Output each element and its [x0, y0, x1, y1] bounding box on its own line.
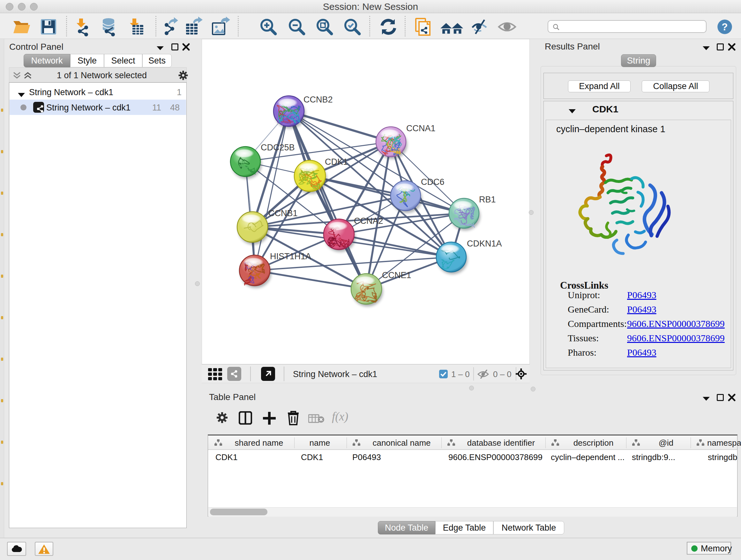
svg-text:?: ?: [722, 21, 728, 33]
svg-text:CCNB2: CCNB2: [304, 95, 333, 105]
svg-text:CDC25B: CDC25B: [261, 143, 295, 152]
svg-text:CCNB1: CCNB1: [268, 208, 298, 218]
svg-text:CCNE1: CCNE1: [382, 270, 411, 280]
svg-text:CDC6: CDC6: [421, 177, 445, 187]
svg-text:RB1: RB1: [479, 195, 496, 204]
svg-text:HIST1H1A: HIST1H1A: [270, 252, 311, 261]
svg-text:CDKN1A: CDKN1A: [467, 239, 502, 248]
svg-text:CDK1: CDK1: [325, 157, 348, 167]
svg-text:CCNA1: CCNA1: [406, 124, 435, 133]
svg-text:CCNA2: CCNA2: [354, 216, 383, 226]
